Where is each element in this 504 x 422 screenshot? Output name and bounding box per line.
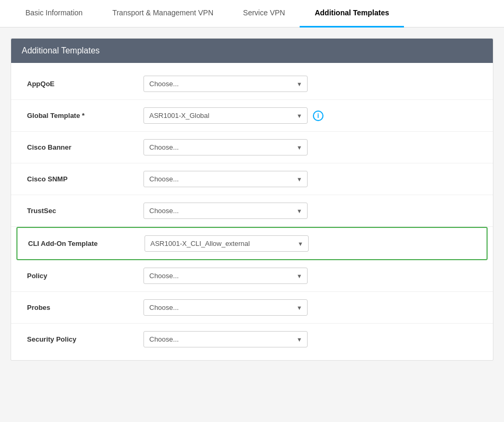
control-wrap-appqoe: Choose...▼ bbox=[143, 76, 308, 92]
label-cli-add-on-template: CLI Add-On Template bbox=[28, 240, 145, 247]
control-wrap-global-template: Choose...ASR1001-X_Global▼i bbox=[143, 107, 323, 124]
select-policy[interactable]: Choose... bbox=[143, 268, 308, 284]
select-global-template[interactable]: Choose...ASR1001-X_Global bbox=[143, 107, 308, 124]
tab-transport-mgmt-vpn[interactable]: Transport & Management VPN bbox=[97, 0, 228, 27]
label-cisco-banner: Cisco Banner bbox=[27, 143, 143, 151]
tab-basic-info[interactable]: Basic Information bbox=[11, 0, 97, 27]
control-wrap-policy: Choose...▼ bbox=[143, 268, 308, 284]
tab-additional-templates[interactable]: Additional Templates bbox=[300, 0, 404, 27]
label-probes: Probes bbox=[27, 304, 143, 311]
control-wrap-security-policy: Choose...▼ bbox=[143, 331, 308, 347]
form-row-trustsec: TrustSecChoose...▼ bbox=[11, 195, 493, 227]
label-policy: Policy bbox=[27, 272, 143, 280]
label-global-template: Global Template * bbox=[27, 112, 143, 120]
label-security-policy: Security Policy bbox=[27, 335, 143, 343]
select-wrapper-cli-add-on-template: Choose...ASR1001-X_CLI_Allow_external▼ bbox=[145, 235, 309, 252]
select-wrapper-security-policy: Choose...▼ bbox=[143, 331, 308, 347]
label-trustsec: TrustSec bbox=[27, 207, 143, 215]
control-wrap-probes: Choose...▼ bbox=[143, 299, 308, 316]
select-wrapper-policy: Choose...▼ bbox=[143, 268, 308, 284]
section-card: Additional Templates AppQoEChoose...▼Glo… bbox=[11, 38, 493, 361]
section-body: AppQoEChoose...▼Global Template *Choose.… bbox=[11, 63, 493, 360]
select-probes[interactable]: Choose... bbox=[143, 299, 308, 316]
select-wrapper-probes: Choose...▼ bbox=[143, 299, 308, 316]
label-cisco-snmp: Cisco SNMP bbox=[27, 175, 143, 183]
select-cisco-banner[interactable]: Choose... bbox=[143, 139, 308, 155]
section-title: Additional Templates bbox=[22, 46, 100, 55]
form-row-global-template: Global Template *Choose...ASR1001-X_Glob… bbox=[11, 100, 493, 132]
form-row-cisco-snmp: Cisco SNMPChoose...▼ bbox=[11, 163, 493, 195]
select-wrapper-appqoe: Choose...▼ bbox=[143, 76, 308, 92]
content-area: Additional Templates AppQoEChoose...▼Glo… bbox=[0, 27, 504, 422]
form-row-probes: ProbesChoose...▼ bbox=[11, 292, 493, 324]
select-wrapper-cisco-banner: Choose...▼ bbox=[143, 139, 308, 155]
control-wrap-cli-add-on-template: Choose...ASR1001-X_CLI_Allow_external▼ bbox=[145, 235, 309, 252]
select-security-policy[interactable]: Choose... bbox=[143, 331, 308, 347]
label-appqoe: AppQoE bbox=[27, 80, 143, 88]
control-wrap-trustsec: Choose...▼ bbox=[143, 203, 308, 219]
form-row-cli-add-on-template: CLI Add-On TemplateChoose...ASR1001-X_CL… bbox=[16, 227, 488, 260]
form-row-security-policy: Security PolicyChoose...▼ bbox=[11, 324, 493, 355]
tab-service-vpn[interactable]: Service VPN bbox=[228, 0, 300, 27]
select-cisco-snmp[interactable]: Choose... bbox=[143, 171, 308, 187]
control-wrap-cisco-banner: Choose...▼ bbox=[143, 139, 308, 155]
select-wrapper-global-template: Choose...ASR1001-X_Global▼ bbox=[143, 107, 308, 124]
select-cli-add-on-template[interactable]: Choose...ASR1001-X_CLI_Allow_external bbox=[145, 235, 309, 252]
form-row-appqoe: AppQoEChoose...▼ bbox=[11, 68, 493, 100]
section-header: Additional Templates bbox=[11, 39, 493, 63]
control-wrap-cisco-snmp: Choose...▼ bbox=[143, 171, 308, 187]
tab-navigation: Basic InformationTransport & Management … bbox=[0, 0, 504, 27]
select-trustsec[interactable]: Choose... bbox=[143, 203, 308, 219]
select-wrapper-trustsec: Choose...▼ bbox=[143, 203, 308, 219]
select-wrapper-cisco-snmp: Choose...▼ bbox=[143, 171, 308, 187]
select-appqoe[interactable]: Choose... bbox=[143, 76, 308, 92]
form-row-cisco-banner: Cisco BannerChoose...▼ bbox=[11, 132, 493, 163]
form-row-policy: PolicyChoose...▼ bbox=[11, 260, 493, 292]
info-icon-global-template[interactable]: i bbox=[313, 111, 323, 121]
